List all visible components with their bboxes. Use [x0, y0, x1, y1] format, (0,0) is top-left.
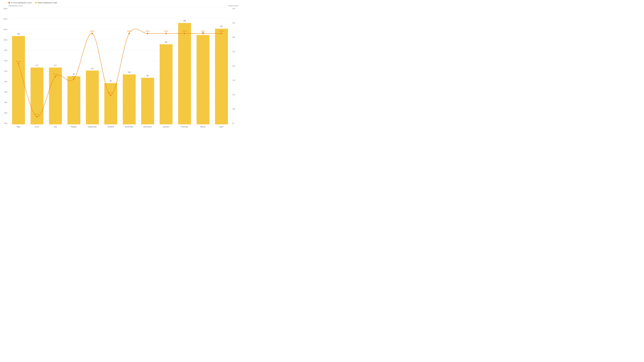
bar: 111	[86, 70, 99, 124]
y-tick-left: 100%	[3, 29, 8, 30]
x-label: December	[138, 125, 157, 129]
x-label: February	[175, 125, 194, 129]
bar: 117	[30, 67, 44, 124]
bars-container: 182117117991118510396165209184197	[8, 8, 232, 124]
bar: 197	[215, 29, 228, 124]
bar: 96	[141, 78, 154, 124]
bar-value-label: 117	[54, 64, 57, 66]
y-tick-left: 100%	[3, 8, 8, 9]
y-tick-right: 80	[232, 123, 234, 124]
y-tick-left: 98%	[4, 112, 8, 114]
bar-group: 103	[120, 8, 138, 124]
x-labels: MayJuneJulyAugustSeptemberOctoberNovembe…	[8, 125, 232, 129]
bar-value-label: 99	[73, 73, 75, 75]
y-tick-right: 220	[232, 22, 235, 24]
chart-area: 100%100%100%100%99%99%99%99%98%98%98%98%…	[2, 7, 238, 129]
x-label: September	[83, 125, 102, 129]
legend-bar: Rated satisfaction chats	[35, 2, 57, 4]
bar-value-label: 197	[220, 26, 223, 27]
legend: % Chat satisfaction score Rated satisfac…	[2, 2, 238, 4]
bar-value-label: 96	[146, 75, 148, 77]
bar: 85	[104, 83, 117, 124]
bar: 103	[123, 74, 136, 124]
bar: 165	[160, 44, 172, 124]
y-tick-right: 140	[232, 80, 235, 81]
bar: 209	[178, 23, 191, 124]
bar-group: 85	[102, 8, 120, 124]
y-tick-left: 99%	[4, 70, 8, 72]
left-axis-label: Satisfaction score	[8, 5, 23, 7]
x-label: May	[9, 125, 28, 129]
y-tick-right: 120	[232, 94, 235, 96]
y-tick-right: 240	[232, 8, 235, 9]
plot-area: 182117117991118510396165209184197 MayJun…	[8, 7, 232, 129]
x-label: October	[102, 125, 120, 129]
y-axis-right: 24022020018016014012010080	[232, 7, 238, 129]
x-label: November	[120, 125, 138, 129]
axes-labels: Satisfaction score Rated chats	[2, 5, 238, 7]
bar: 182	[12, 36, 25, 124]
bar-value-label: 209	[183, 20, 186, 22]
bar: 184	[196, 35, 210, 124]
bar-group: 184	[194, 8, 212, 124]
bar-value-label: 165	[165, 41, 168, 43]
bar-group: 165	[157, 8, 175, 124]
bar-group: 182	[9, 8, 28, 124]
bar-value-label: 85	[110, 80, 112, 82]
y-tick-right: 100	[232, 108, 235, 110]
bar-group: 197	[212, 8, 230, 124]
x-label: August	[64, 125, 83, 129]
bar-group: 111	[83, 8, 102, 124]
bar-value-label: 117	[36, 64, 38, 66]
bar-group: 96	[138, 8, 157, 124]
bar: 99	[68, 76, 80, 124]
y-tick-left: 98%	[4, 91, 8, 93]
bar-value-label: 184	[202, 32, 204, 34]
bar-value-label: 103	[128, 71, 131, 73]
bar-group: 209	[175, 8, 194, 124]
x-label: June	[28, 125, 46, 129]
y-tick-left: 100%	[3, 39, 8, 41]
y-tick-left: 99%	[4, 50, 8, 51]
legend-line-label: % Chat satisfaction score	[11, 2, 32, 4]
y-tick-left: 100%	[3, 18, 8, 20]
x-label: July	[46, 125, 64, 129]
y-tick-left: 98%	[4, 123, 8, 124]
bar-value-label: 111	[91, 67, 94, 69]
y-tick-left: 99%	[4, 60, 8, 62]
x-label: April	[212, 125, 230, 129]
right-axis-label: Rated chats	[228, 5, 238, 7]
y-tick-right: 200	[232, 36, 235, 38]
legend-bar-label: Rated satisfaction chats	[38, 2, 57, 4]
y-tick-right: 160	[232, 65, 235, 67]
bar-group: 117	[28, 8, 46, 124]
bar-group: 99	[64, 8, 83, 124]
legend-bar-dot	[35, 2, 37, 3]
y-axis-left: 100%100%100%100%99%99%99%99%98%98%98%98%	[2, 7, 8, 129]
bar-group: 117	[46, 8, 64, 124]
y-tick-left: 98%	[4, 102, 8, 103]
y-tick-right: 180	[232, 51, 235, 53]
y-tick-left: 99%	[4, 81, 8, 83]
x-label: January	[157, 125, 175, 129]
legend-line: % Chat satisfaction score	[8, 2, 32, 4]
bar: 117	[49, 67, 62, 124]
x-label: March	[194, 125, 212, 129]
bar-value-label: 182	[17, 33, 20, 35]
legend-line-dot	[8, 2, 10, 3]
chart-container: % Chat satisfaction score Rated satisfac…	[0, 0, 242, 139]
